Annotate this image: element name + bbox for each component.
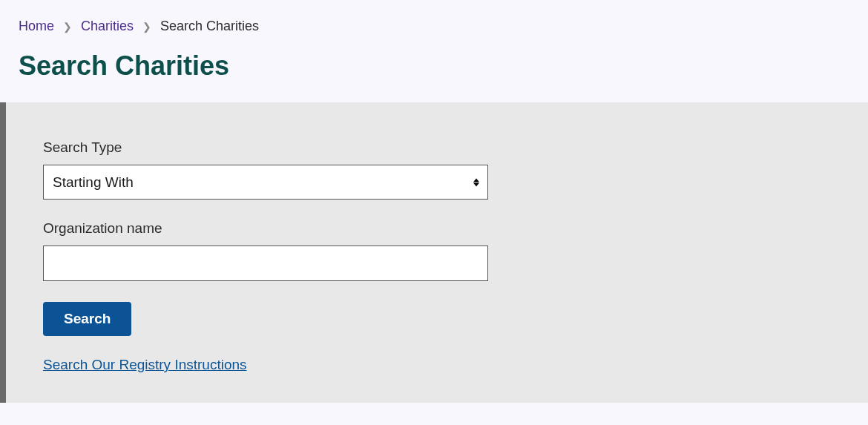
breadcrumb-home[interactable]: Home <box>19 19 54 34</box>
select-wrapper: Starting With <box>43 165 488 200</box>
search-type-select[interactable]: Starting With <box>43 165 488 200</box>
search-button[interactable]: Search <box>43 302 131 336</box>
org-name-input[interactable] <box>43 246 488 281</box>
chevron-right-icon: ❯ <box>63 21 72 33</box>
org-name-label: Organization name <box>43 220 831 237</box>
breadcrumb-charities[interactable]: Charities <box>81 19 134 34</box>
org-name-group: Organization name <box>43 220 831 281</box>
page-title: Search Charities <box>19 50 849 82</box>
search-panel: Search Type Starting With Organization n… <box>0 102 868 403</box>
chevron-right-icon: ❯ <box>142 21 151 33</box>
search-type-label: Search Type <box>43 139 831 156</box>
instructions-link[interactable]: Search Our Registry Instructions <box>43 357 247 372</box>
search-type-group: Search Type Starting With <box>43 139 831 200</box>
breadcrumb: Home ❯ Charities ❯ Search Charities <box>19 19 849 34</box>
breadcrumb-current: Search Charities <box>160 19 259 34</box>
